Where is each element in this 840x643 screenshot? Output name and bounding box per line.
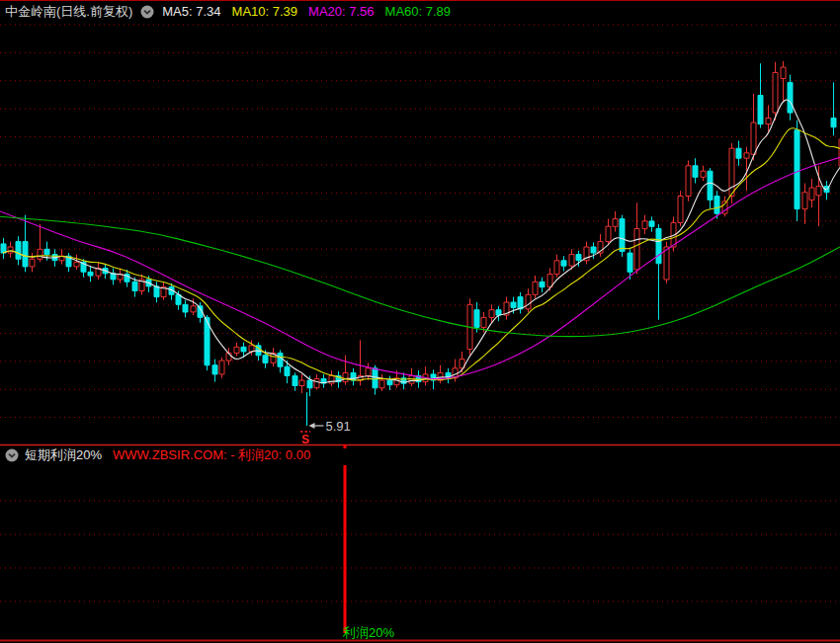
indicator-watermark: WWW.ZBSIR.COM: - 利润20: 0.00 bbox=[113, 447, 310, 462]
stock-chart-window: 5.91S利润20% 中金岭南(日线.前复权) MA5: 7.34MA10: 7… bbox=[0, 0, 840, 643]
indicator-panel-header: 短期利润20% WWW.ZBSIR.COM: - 利润20: 0.00 bbox=[5, 447, 310, 462]
low-price-callout: 5.91 bbox=[307, 392, 351, 434]
main-chart-header: 中金岭南(日线.前复权) MA5: 7.34MA10: 7.39MA20: 7.… bbox=[5, 4, 451, 19]
chart-title: 中金岭南(日线.前复权) bbox=[5, 4, 132, 19]
indicator-sub-panel: 利润20% bbox=[342, 444, 394, 640]
ma-values-group: MA5: 7.34MA10: 7.39MA20: 7.56MA60: 7.89 bbox=[162, 4, 451, 19]
down-candle-bodies bbox=[1, 82, 836, 387]
ma-value-label: MA10: 7.39 bbox=[232, 4, 298, 19]
grid-lines bbox=[0, 25, 840, 602]
ma5-line bbox=[3, 100, 840, 383]
ma20-line bbox=[0, 157, 840, 378]
chevron-down-icon[interactable] bbox=[140, 5, 154, 19]
ma-value-label: MA5: 7.34 bbox=[162, 4, 220, 19]
signal-s-marker: S bbox=[300, 432, 310, 446]
svg-text:S: S bbox=[301, 433, 309, 446]
candles-layer bbox=[1, 61, 840, 396]
indicator-title: 短期利润20% bbox=[25, 447, 102, 462]
up-candle-bodies bbox=[8, 67, 840, 388]
profit-signal-label: 利润20% bbox=[342, 625, 394, 640]
profit-signal-spike bbox=[344, 465, 347, 633]
up-candle-wicks bbox=[11, 61, 840, 393]
low-price-label: 5.91 bbox=[326, 419, 351, 434]
ma-value-label: MA60: 7.89 bbox=[385, 4, 452, 19]
main-price-panel bbox=[0, 61, 840, 396]
ma10-line bbox=[3, 128, 840, 380]
candlestick-chart: 5.91S利润20% bbox=[0, 0, 840, 643]
chevron-down-icon[interactable] bbox=[5, 448, 19, 462]
panel-dividers bbox=[0, 1, 840, 641]
ma-value-label: MA20: 7.56 bbox=[308, 4, 375, 19]
